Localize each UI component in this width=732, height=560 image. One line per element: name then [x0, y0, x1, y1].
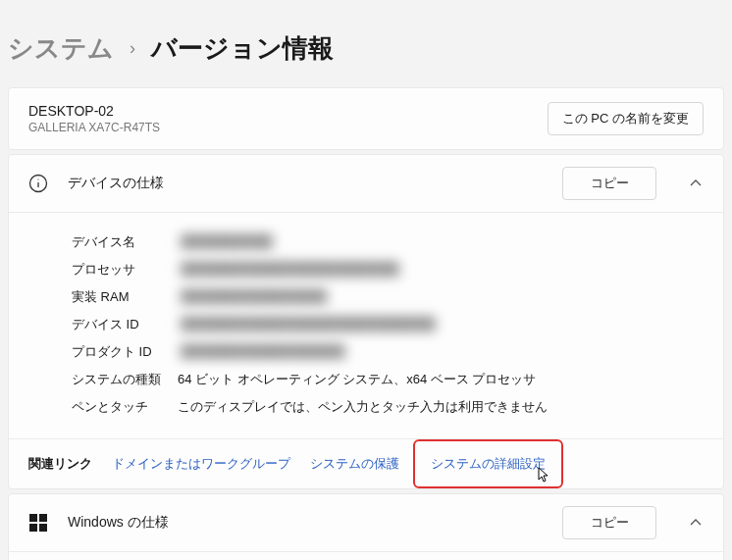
link-domain-workgroup[interactable]: ドメインまたはワークグループ — [112, 455, 290, 473]
copy-device-spec-button[interactable]: コピー — [562, 167, 656, 200]
spec-value-pen-touch: このディスプレイでは、ペン入力とタッチ入力は利用できません — [178, 398, 548, 416]
link-system-protection[interactable]: システムの保護 — [310, 455, 399, 473]
related-links-label: 関連リンク — [28, 455, 92, 473]
spec-row: ペンとタッチ このディスプレイでは、ペン入力とタッチ入力は利用できません — [72, 393, 704, 421]
spec-label-ram: 実装 RAM — [72, 288, 178, 306]
spec-label-processor: プロセッサ — [72, 261, 178, 279]
breadcrumb-parent[interactable]: システム — [8, 31, 114, 66]
spec-label-device-name: デバイス名 — [72, 233, 178, 251]
breadcrumb: システム › バージョン情報 — [0, 0, 732, 83]
link-advanced-system-settings[interactable]: システムの詳細設定 — [431, 456, 546, 471]
breadcrumb-separator: › — [130, 38, 135, 59]
windows-spec-table: エディション Windows 11 Pro — [9, 552, 723, 560]
copy-windows-spec-button[interactable]: コピー — [562, 506, 656, 539]
breadcrumb-current: バージョン情報 — [151, 31, 334, 66]
spec-label-product-id: プロダクト ID — [72, 343, 178, 361]
spec-row: プロダクト ID ██████████████████ — [72, 338, 704, 366]
chevron-up-icon[interactable] — [686, 516, 706, 530]
highlighted-link-box: システムの詳細設定 — [413, 439, 563, 488]
cursor-icon — [535, 467, 550, 488]
chevron-up-icon[interactable] — [686, 177, 706, 190]
svg-point-2 — [37, 178, 38, 179]
windows-spec-card: Windows の仕様 コピー エディション Windows 11 Pro — [8, 493, 724, 560]
spec-value-product-id: ██████████████████ — [178, 343, 348, 361]
windows-grid-icon — [26, 511, 50, 535]
pc-model: GALLERIA XA7C-R47TS — [28, 121, 160, 134]
spec-value-device-id: ████████████████████████████ — [178, 316, 439, 333]
info-icon — [26, 172, 50, 195]
spec-row: システムの種類 64 ビット オペレーティング システム、x64 ベース プロセ… — [72, 366, 704, 393]
spec-value-ram: ████████████████ — [178, 288, 330, 306]
device-spec-table: デバイス名 ██████████ プロセッサ █████████████████… — [9, 213, 723, 438]
spec-row: 実装 RAM ████████████████ — [72, 283, 704, 311]
windows-spec-title: Windows の仕様 — [68, 514, 545, 532]
spec-row: プロセッサ ████████████████████████ — [72, 256, 704, 283]
device-spec-title: デバイスの仕様 — [68, 175, 545, 192]
rename-pc-button[interactable]: この PC の名前を変更 — [548, 102, 704, 135]
spec-row: デバイス名 ██████████ — [72, 229, 704, 256]
spec-value-processor: ████████████████████████ — [178, 261, 402, 279]
pc-name: DESKTOP-02 — [28, 103, 160, 119]
device-spec-card: デバイスの仕様 コピー デバイス名 ██████████ プロセッサ █████… — [8, 154, 724, 489]
pc-info-card: DESKTOP-02 GALLERIA XA7C-R47TS この PC の名前… — [8, 87, 724, 150]
spec-label-system-type: システムの種類 — [72, 371, 178, 388]
spec-label-device-id: デバイス ID — [72, 316, 178, 333]
spec-value-device-name: ██████████ — [178, 233, 276, 251]
related-links: 関連リンク ドメインまたはワークグループ システムの保護 システムの詳細設定 — [9, 438, 723, 488]
spec-row: デバイス ID ████████████████████████████ — [72, 311, 704, 338]
spec-label-pen-touch: ペンとタッチ — [72, 398, 178, 416]
spec-value-system-type: 64 ビット オペレーティング システム、x64 ベース プロセッサ — [178, 371, 536, 388]
